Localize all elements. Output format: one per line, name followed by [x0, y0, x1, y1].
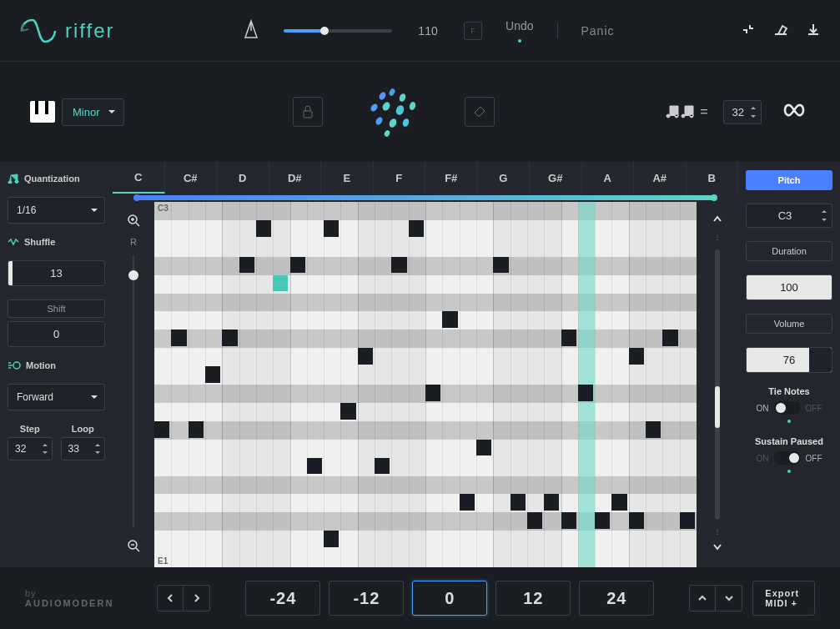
topbar-right: [742, 23, 820, 39]
grid-top-label: C3: [158, 204, 169, 213]
note-cell[interactable]: [511, 494, 526, 511]
octave-down-button[interactable]: [716, 585, 742, 611]
steps-spinner[interactable]: 32: [723, 100, 762, 124]
note-cell[interactable]: [561, 512, 576, 529]
note-cell[interactable]: [646, 421, 661, 438]
metronome-icon[interactable]: [242, 19, 260, 43]
note-tab-G[interactable]: G: [478, 162, 531, 194]
note-tab-C[interactable]: C: [113, 162, 165, 194]
collapse-icon[interactable]: [742, 23, 755, 39]
center-panel: CC#DD#EFF#GG#AA#B R C3 E1 ⋮ ⋮: [113, 162, 738, 567]
note-tab-Csharp[interactable]: C#: [165, 162, 218, 194]
note-cell[interactable]: [290, 257, 305, 274]
piano-icon[interactable]: [30, 101, 55, 123]
infinity-icon[interactable]: [777, 101, 810, 123]
tie-notes-toggle[interactable]: [774, 401, 801, 415]
transpose-24[interactable]: 24: [579, 581, 654, 616]
note-cell[interactable]: [544, 494, 559, 511]
pitch-value[interactable]: C3: [746, 204, 832, 228]
note-cell[interactable]: [680, 512, 695, 529]
randomize-dice-icon[interactable]: [365, 87, 423, 137]
note-cell[interactable]: [442, 311, 457, 328]
quantization-select[interactable]: 1/16: [8, 197, 105, 224]
scale-section: Minor: [30, 98, 124, 126]
note-cell[interactable]: [205, 366, 220, 383]
shuffle-input[interactable]: 13: [8, 260, 105, 286]
note-cell[interactable]: [391, 257, 406, 274]
note-cell[interactable]: [409, 220, 424, 237]
motion-select[interactable]: Forward: [8, 384, 105, 410]
note-tab-Fsharp[interactable]: F#: [425, 162, 478, 194]
note-cell[interactable]: [222, 330, 237, 346]
piano-roll-grid[interactable]: C3 E1: [154, 202, 697, 567]
note-cell[interactable]: [460, 494, 475, 511]
note-cell[interactable]: [171, 330, 186, 346]
note-tab-A[interactable]: A: [582, 162, 635, 194]
freerun-toggle[interactable]: F: [464, 22, 482, 40]
note-cell[interactable]: [324, 531, 339, 547]
scroll-down-icon[interactable]: [712, 541, 723, 556]
note-cell[interactable]: [154, 421, 169, 438]
transpose--24[interactable]: -24: [245, 581, 320, 616]
undo-button[interactable]: Undo: [506, 19, 533, 43]
note-cell[interactable]: [358, 348, 373, 365]
prev-button[interactable]: [157, 585, 184, 611]
note-cell-selected[interactable]: [273, 275, 288, 292]
note-cell[interactable]: [629, 348, 644, 365]
zoom-slider[interactable]: [133, 255, 134, 527]
note-cell[interactable]: [629, 512, 644, 529]
note-cell[interactable]: [578, 385, 593, 401]
volume-input[interactable]: 76: [746, 347, 832, 373]
lock-button[interactable]: [293, 97, 323, 127]
export-midi-button[interactable]: Export MIDI +: [752, 581, 815, 616]
sustain-toggle[interactable]: [774, 451, 801, 465]
tempo-slider[interactable]: [284, 29, 392, 33]
tempo-value[interactable]: 110: [415, 24, 440, 38]
note-cell[interactable]: [340, 403, 355, 420]
panic-button[interactable]: Panic: [581, 24, 615, 38]
note-tab-Gsharp[interactable]: G#: [530, 162, 582, 194]
loop-spinner[interactable]: 33: [61, 437, 106, 460]
note-cell[interactable]: [561, 330, 576, 346]
note-tab-D[interactable]: D: [217, 162, 269, 194]
octave-up-button[interactable]: [689, 585, 716, 611]
note-tab-Dsharp[interactable]: D#: [269, 162, 322, 194]
download-icon[interactable]: [807, 23, 820, 39]
zoom-out-icon[interactable]: [127, 539, 140, 556]
transpose--12[interactable]: -12: [329, 581, 404, 616]
note-cell[interactable]: [527, 512, 542, 529]
note-cell[interactable]: [307, 458, 322, 475]
step-spinner[interactable]: 32: [8, 437, 53, 460]
eraser-button[interactable]: [465, 97, 495, 127]
note-cell[interactable]: [324, 220, 339, 237]
note-cell[interactable]: [256, 220, 271, 237]
pitch-header[interactable]: Pitch: [746, 170, 832, 190]
note-tab-F[interactable]: F: [374, 162, 426, 194]
grid-bottom-label: E1: [158, 556, 168, 566]
note-cell[interactable]: [662, 330, 677, 346]
note-cell[interactable]: [611, 494, 626, 511]
step-label: Step: [20, 424, 40, 434]
next-button[interactable]: [184, 585, 210, 611]
zoom-in-icon[interactable]: [127, 214, 140, 230]
shift-input[interactable]: 0: [8, 321, 105, 347]
vertical-scrollbar[interactable]: [715, 249, 720, 520]
range-band[interactable]: [113, 194, 738, 202]
transpose-0[interactable]: 0: [412, 581, 487, 616]
note-cell[interactable]: [493, 257, 508, 274]
note-cell[interactable]: [595, 512, 610, 529]
transpose-12[interactable]: 12: [495, 581, 571, 616]
note-tab-B[interactable]: B: [687, 162, 739, 194]
note-cell[interactable]: [189, 421, 204, 438]
erase-icon[interactable]: [773, 23, 788, 39]
note-cell[interactable]: [239, 257, 254, 274]
note-cell[interactable]: [425, 385, 440, 401]
app-name: riffer: [65, 19, 115, 43]
note-cell[interactable]: [476, 440, 491, 456]
note-cell[interactable]: [375, 458, 390, 475]
scale-select[interactable]: Minor: [62, 98, 124, 126]
duration-input[interactable]: 100: [746, 274, 832, 300]
note-tab-E[interactable]: E: [321, 162, 374, 194]
scroll-up-icon[interactable]: [712, 214, 723, 229]
note-tab-Asharp[interactable]: A#: [634, 162, 687, 194]
